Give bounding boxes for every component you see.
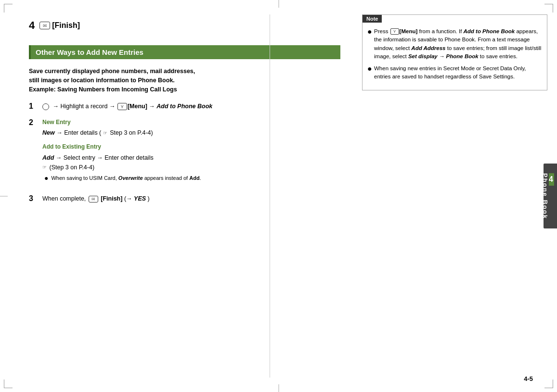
- step-3-number: 3: [29, 194, 42, 203]
- finish-icon-2: ✉: [89, 196, 98, 202]
- add-step-ref: (Step 3 on P.4-4): [49, 164, 94, 171]
- note-bullet-1: ● Press Y[Menu] from a function. If Add …: [367, 27, 542, 61]
- bracket-close: ]: [78, 21, 80, 29]
- circle-icon: [42, 103, 49, 110]
- note-bullet-2: ● When saving new entries in Secret Mode…: [367, 64, 542, 81]
- step-2: 2 New Entry New → Enter details ( ☞ Step…: [29, 118, 340, 187]
- new-arrow: → Enter details (: [56, 129, 101, 136]
- right-panel: Note ● Press Y[Menu] from a function. If…: [355, 0, 557, 392]
- menu-icon-1: Y: [117, 103, 127, 110]
- add-existing-label: Add to Existing Entry: [42, 142, 340, 152]
- bullet-dot-note-1: ●: [367, 27, 374, 36]
- note-header: Note: [363, 15, 382, 23]
- finish-label: [Finish]: [52, 21, 80, 30]
- step1-text1: → Highlight a record →: [52, 103, 117, 110]
- finish-icon: ✉: [39, 22, 50, 29]
- add-keyword: Add: [42, 154, 54, 161]
- step4-number: 4: [29, 19, 35, 32]
- usim-note: ● When saving to USIM Card, Overwrite ap…: [44, 174, 340, 183]
- note-bullet-1-text: Press Y[Menu] from a function. If Add to…: [374, 27, 542, 61]
- note-bullet-2-text: When saving new entries in Secret Mode o…: [374, 64, 542, 81]
- step-2-content: New Entry New → Enter details ( ☞ Step 3…: [42, 118, 340, 187]
- ref-icon-2: ☞: [42, 164, 47, 171]
- new-entry-text: New → Enter details ( ☞ Step 3 on P.4-4): [42, 128, 340, 138]
- step1-add-phonebook: Add to Phone Book: [156, 103, 212, 110]
- step-3-content: When complete, ✉ [Finish] (→ YES ): [42, 194, 340, 203]
- new-keyword: New: [42, 129, 55, 136]
- page-container: 4 ✉ [Finish] Other Ways to Add New Entri…: [0, 0, 557, 392]
- save-line2: still images or location information to …: [29, 77, 175, 84]
- add-arrow1: → Select entry → Enter other details: [56, 154, 154, 161]
- step3-finish: [Finish]: [101, 195, 122, 202]
- step-1: 1 → Highlight a record → Y[Menu] → Add t…: [29, 101, 340, 111]
- step-2-number: 2: [29, 118, 42, 127]
- new-step-ref: Step 3 on P.4-4): [110, 129, 153, 136]
- new-entry-block: New Entry New → Enter details ( ☞ Step 3…: [42, 118, 340, 138]
- bullet-dot-note-2: ●: [367, 64, 374, 73]
- add-existing-text2: ☞ (Step 3 on P.4-4): [42, 163, 340, 172]
- divider: [270, 14, 270, 378]
- step4-row: 4 ✉ [Finish]: [29, 19, 340, 32]
- main-content: 4 ✉ [Finish] Other Ways to Add New Entri…: [0, 0, 355, 392]
- new-entry-label: New Entry: [42, 118, 340, 127]
- ref-icon-1: ☞: [103, 129, 107, 137]
- step3-text-before: When complete,: [42, 195, 88, 202]
- note-content: ● Press Y[Menu] from a function. If Add …: [363, 25, 547, 90]
- step3-close: ): [148, 195, 150, 202]
- step3-arrow: (→: [124, 195, 134, 202]
- step-3: 3 When complete, ✉ [Finish] (→ YES ): [29, 194, 340, 203]
- add-existing-text1: Add → Select entry → Enter other details: [42, 153, 340, 163]
- note-box: Note ● Press Y[Menu] from a function. If…: [362, 14, 547, 90]
- menu-icon-note: Y: [390, 28, 399, 35]
- save-line1: Save currently displayed phone numbers, …: [29, 68, 195, 75]
- tab-number: 4: [549, 173, 554, 186]
- save-description: Save currently displayed phone numbers, …: [29, 67, 340, 94]
- usim-note-text: When saving to USIM Card, Overwrite appe…: [51, 174, 201, 183]
- step-1-content: → Highlight a record → Y[Menu] → Add to …: [42, 101, 340, 111]
- step-1-number: 1: [29, 101, 42, 111]
- step1-menu-label: [Menu]: [128, 103, 147, 110]
- tab-label: Phone Book: [542, 173, 549, 219]
- bullet-dot-1: ●: [44, 174, 48, 182]
- page-number: 4-5: [524, 375, 533, 382]
- step3-yes: YES: [134, 195, 146, 202]
- finish-word: Finish: [55, 21, 78, 29]
- side-tab: 4 Phone Book: [544, 164, 557, 229]
- save-line3: Example: Saving Numbers from Incoming Ca…: [29, 86, 177, 93]
- steps-list: 1 → Highlight a record → Y[Menu] → Add t…: [29, 101, 340, 203]
- section-heading: Other Ways to Add New Entries: [29, 45, 340, 59]
- step1-arrow2: →: [149, 103, 156, 110]
- add-existing-block: Add to Existing Entry Add → Select entry…: [42, 142, 340, 182]
